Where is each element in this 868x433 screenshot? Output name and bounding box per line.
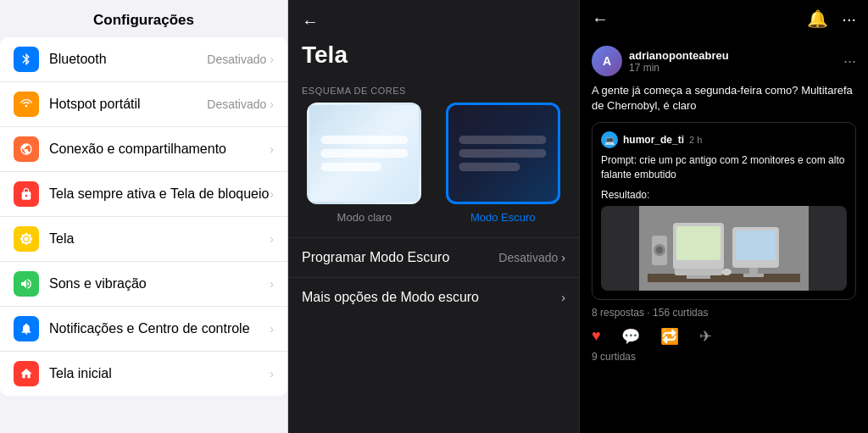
retweet-action[interactable]: 🔁 <box>660 327 679 346</box>
tela-header: ← <box>288 0 579 38</box>
comment-action[interactable]: 💬 <box>621 327 640 346</box>
hotspot-label: Hotspot portátil <box>49 96 207 114</box>
settings-list: Bluetooth Desativado › Hotspot portátil … <box>0 37 287 396</box>
social-header: ← 🔔 ··· <box>580 0 868 37</box>
light-line-2 <box>320 149 408 158</box>
lock-icon <box>14 181 39 207</box>
more-options-right: › <box>561 291 565 304</box>
light-mode-lines <box>320 136 408 171</box>
chevron-icon: › <box>270 322 274 336</box>
chevron-icon: › <box>270 187 274 201</box>
settings-item-tela-inicial[interactable]: Tela inicial › <box>0 352 287 396</box>
comment-icon: 💬 <box>621 327 640 346</box>
dark-line-1 <box>459 136 547 144</box>
light-mode-label: Modo claro <box>337 211 392 224</box>
svg-rect-9 <box>743 274 764 277</box>
light-line-3 <box>320 163 381 171</box>
svg-rect-7 <box>687 275 710 279</box>
social-back-button[interactable]: ← <box>592 9 807 29</box>
tela-back-button[interactable]: ← <box>302 12 319 31</box>
tela-ativa-content: Tela sempre ativa e Tela de bloqueio <box>49 186 270 203</box>
tela-right: › <box>270 232 274 246</box>
notif-content: Notificações e Centro de controle <box>49 320 270 338</box>
tela-title: Tela <box>288 38 579 79</box>
quoted-author-name: humor_de_ti <box>623 134 684 146</box>
color-scheme-label: ESQUEMA DE CORES <box>288 79 579 103</box>
home-icon <box>14 361 39 386</box>
dark-mode-label: Modo Escuro <box>470 211 536 224</box>
hotspot-content: Hotspot portátil <box>49 96 207 114</box>
retweet-icon: 🔁 <box>660 327 679 346</box>
post-author-name: adrianoponteabreu <box>629 49 843 62</box>
sons-right: › <box>270 277 274 291</box>
quoted-image <box>601 206 847 291</box>
bluetooth-content: Bluetooth <box>49 51 207 69</box>
settings-title: Configurações <box>0 0 287 37</box>
post-time: 17 min <box>629 62 843 74</box>
settings-item-conexao[interactable]: Conexão e compartilhamento › <box>0 127 287 172</box>
conexao-icon <box>14 136 39 162</box>
bluetooth-value: Desativado <box>207 53 266 66</box>
tela-inicial-right: › <box>270 367 274 380</box>
quoted-post: 💻 humor_de_ti 2 h Prompt: crie um pc ant… <box>592 122 856 300</box>
settings-item-bluetooth[interactable]: Bluetooth Desativado › <box>0 37 287 82</box>
tela-inicial-content: Tela inicial <box>49 365 270 383</box>
more-options[interactable]: Mais opções de Modo escuro › <box>288 277 579 317</box>
post-avatar: A <box>592 46 622 76</box>
chevron-icon: › <box>270 53 274 66</box>
settings-item-sons[interactable]: Sons e vibração › <box>0 262 287 307</box>
more-options-label: Mais opções de Modo escuro <box>302 290 561 305</box>
post-author-info: adrianoponteabreu 17 min <box>629 49 843 74</box>
social-header-icons: 🔔 ··· <box>807 8 856 29</box>
svg-point-12 <box>656 247 663 253</box>
sons-content: Sons e vibração <box>49 275 270 293</box>
light-line-1 <box>320 136 408 144</box>
dark-mode-option[interactable]: Modo Escuro <box>441 103 566 224</box>
tela-label: Tela <box>49 230 270 248</box>
sons-icon <box>14 271 39 297</box>
quoted-result: Resultado: <box>601 189 847 201</box>
dark-line-2 <box>459 149 547 158</box>
post-actions: ♥ 💬 🔁 ✈ <box>592 327 856 346</box>
tela-content: Tela <box>49 230 270 248</box>
dark-mode-preview <box>446 103 560 204</box>
svg-rect-13 <box>675 269 722 275</box>
chevron-icon: › <box>270 277 274 291</box>
heart-action[interactable]: ♥ <box>592 327 601 345</box>
share-action[interactable]: ✈ <box>699 327 712 346</box>
light-mode-option[interactable]: Modo claro <box>302 103 427 224</box>
tela-ativa-right: › <box>270 187 274 201</box>
notif-right: › <box>270 322 274 336</box>
hotspot-right: Desativado › <box>207 97 274 111</box>
schedule-label: Programar Modo Escuro <box>302 250 498 265</box>
heart-icon: ♥ <box>592 327 601 345</box>
settings-item-hotspot[interactable]: Hotspot portátil Desativado › <box>0 82 287 127</box>
post-more-button[interactable]: ··· <box>843 53 856 70</box>
conexao-right: › <box>270 142 274 156</box>
settings-item-tela-ativa[interactable]: Tela sempre ativa e Tela de bloqueio › <box>0 172 287 217</box>
schedule-value: Desativado <box>498 251 558 264</box>
bluetooth-label: Bluetooth <box>49 51 207 69</box>
svg-point-14 <box>721 269 732 275</box>
svg-rect-8 <box>749 268 758 275</box>
svg-rect-5 <box>736 230 776 260</box>
quoted-text: Prompt: crie um pc antigo com 2 monitore… <box>601 153 847 182</box>
light-mode-preview <box>307 103 421 204</box>
chevron-icon: › <box>270 97 274 111</box>
schedule-right: Desativado › <box>498 251 565 264</box>
conexao-content: Conexão e compartilhamento <box>49 141 270 158</box>
sons-label: Sons e vibração <box>49 275 270 293</box>
settings-item-tela[interactable]: Tela › <box>0 217 287 262</box>
tela-icon <box>14 226 39 252</box>
dark-mode-lines <box>459 136 547 171</box>
settings-item-notificacoes[interactable]: Notificações e Centro de controle › <box>0 307 287 352</box>
schedule-dark-option[interactable]: Programar Modo Escuro Desativado › <box>288 237 579 277</box>
notif-label: Notificações e Centro de controle <box>49 320 270 338</box>
more-options-chevron: › <box>561 291 565 304</box>
hotspot-icon <box>14 92 39 117</box>
more-icon[interactable]: ··· <box>842 9 856 29</box>
bell-icon[interactable]: 🔔 <box>807 8 828 29</box>
chevron-icon: › <box>270 232 274 246</box>
likes-count: 9 curtidas <box>592 351 856 363</box>
bluetooth-icon <box>14 47 39 72</box>
